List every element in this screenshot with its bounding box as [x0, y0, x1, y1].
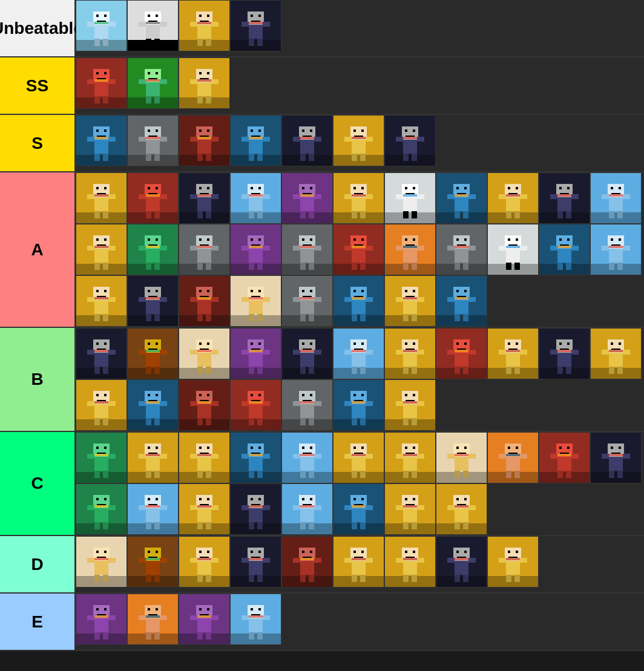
tier-item-a28[interactable]	[333, 275, 384, 327]
tier-item-ub4[interactable]	[230, 0, 281, 51]
tier-item-c11[interactable]	[590, 432, 642, 483]
tier-item-c6[interactable]	[333, 432, 384, 483]
tier-item-c3[interactable]	[179, 432, 230, 483]
tier-item-c7[interactable]	[384, 432, 436, 483]
tier-item-c18[interactable]	[384, 483, 436, 535]
tier-item-a3[interactable]	[179, 172, 230, 224]
tier-item-s5[interactable]	[281, 115, 333, 166]
tier-item-b15[interactable]	[230, 379, 281, 431]
tier-item-a30[interactable]	[436, 275, 487, 327]
tier-item-c9[interactable]	[487, 432, 539, 483]
tier-item-d2[interactable]	[127, 536, 179, 588]
tier-item-ss2[interactable]	[127, 57, 179, 109]
tier-item-b7[interactable]	[384, 328, 436, 379]
tier-item-b14[interactable]	[179, 379, 230, 431]
tier-item-a13[interactable]	[127, 224, 179, 275]
tier-item-b2[interactable]	[127, 328, 179, 379]
tier-item-c10[interactable]	[539, 432, 590, 483]
tier-item-b8[interactable]	[436, 328, 487, 379]
tier-item-a11[interactable]	[590, 172, 642, 224]
tier-item-b1[interactable]	[76, 328, 127, 379]
tier-item-b18[interactable]	[384, 379, 436, 431]
tier-item-a23[interactable]	[76, 275, 127, 327]
tier-item-b16[interactable]	[281, 379, 333, 431]
tier-item-ub1[interactable]	[76, 0, 127, 51]
tier-item-a2[interactable]	[127, 172, 179, 224]
tier-item-b6[interactable]	[333, 328, 384, 379]
tier-item-b3[interactable]	[179, 328, 230, 379]
tier-item-a7[interactable]	[384, 172, 436, 224]
tier-item-c19[interactable]	[436, 483, 487, 535]
tier-item-d5[interactable]	[281, 536, 333, 588]
tier-item-c14[interactable]	[179, 483, 230, 535]
tier-item-b11[interactable]	[590, 328, 642, 379]
tier-item-c8[interactable]	[436, 432, 487, 483]
tier-item-c16[interactable]	[281, 483, 333, 535]
tier-item-a1[interactable]	[76, 172, 127, 224]
tier-item-s3[interactable]	[179, 115, 230, 166]
tier-item-c1[interactable]	[76, 432, 127, 483]
tier-item-s6[interactable]	[333, 115, 384, 166]
tier-item-a9[interactable]	[487, 172, 539, 224]
tier-item-b17[interactable]	[333, 379, 384, 431]
tier-item-c5[interactable]	[281, 432, 333, 483]
tier-item-a15[interactable]	[230, 224, 281, 275]
tier-item-a29[interactable]	[384, 275, 436, 327]
tier-item-b5[interactable]	[281, 328, 333, 379]
tier-item-c15[interactable]	[230, 483, 281, 535]
tier-item-s4[interactable]	[230, 115, 281, 166]
svg-rect-937	[334, 523, 384, 534]
tier-item-ss1[interactable]	[76, 57, 127, 109]
tier-item-c12[interactable]	[76, 483, 127, 535]
tier-item-ub3[interactable]	[179, 0, 230, 51]
svg-rect-875	[609, 454, 623, 456]
tier-item-e3[interactable]	[179, 594, 230, 645]
tier-item-d9[interactable]	[487, 536, 539, 588]
tier-item-a26[interactable]	[230, 275, 281, 327]
tier-item-s1[interactable]	[76, 115, 127, 166]
tier-item-a5[interactable]	[281, 172, 333, 224]
tier-item-a12[interactable]	[76, 224, 127, 275]
tier-item-d8[interactable]	[436, 536, 487, 588]
tier-item-c13[interactable]	[127, 483, 179, 535]
tier-item-b12[interactable]	[76, 379, 127, 431]
tier-item-a21[interactable]	[539, 224, 590, 275]
tier-item-a25[interactable]	[179, 275, 230, 327]
tier-item-a27[interactable]	[281, 275, 333, 327]
tier-item-ss3[interactable]	[179, 57, 230, 109]
tier-item-ub2[interactable]	[127, 0, 179, 51]
tier-item-a19[interactable]	[436, 224, 487, 275]
tier-item-a14[interactable]	[179, 224, 230, 275]
tier-item-b13[interactable]	[127, 379, 179, 431]
tier-item-b4[interactable]	[230, 328, 281, 379]
tier-item-b9[interactable]	[487, 328, 539, 379]
svg-rect-116	[211, 137, 218, 142]
tier-item-c2[interactable]	[127, 432, 179, 483]
tier-item-e1[interactable]	[76, 594, 127, 645]
tier-item-a6[interactable]	[333, 172, 384, 224]
tier-item-a4[interactable]	[230, 172, 281, 224]
svg-rect-341	[258, 238, 261, 241]
tier-item-a24[interactable]	[127, 275, 179, 327]
tier-item-a8[interactable]	[436, 172, 487, 224]
tier-item-a16[interactable]	[281, 224, 333, 275]
tier-item-a10[interactable]	[539, 172, 590, 224]
tier-item-d1[interactable]	[76, 536, 127, 588]
tier-item-d3[interactable]	[179, 536, 230, 588]
svg-rect-1069	[488, 576, 538, 587]
svg-rect-1021	[282, 576, 332, 587]
tier-item-c4[interactable]	[230, 432, 281, 483]
tier-item-c17[interactable]	[333, 483, 384, 535]
tier-item-a17[interactable]	[333, 224, 384, 275]
tier-item-d4[interactable]	[230, 536, 281, 588]
tier-item-a22[interactable]	[590, 224, 642, 275]
tier-item-s2[interactable]	[127, 115, 179, 166]
tier-item-a20[interactable]	[487, 224, 539, 275]
tier-item-a18[interactable]	[384, 224, 436, 275]
tier-item-d7[interactable]	[384, 536, 436, 588]
tier-item-d6[interactable]	[333, 536, 384, 588]
tier-item-b10[interactable]	[539, 328, 590, 379]
tier-item-e2[interactable]	[127, 594, 179, 645]
tier-item-s7[interactable]	[384, 115, 436, 166]
tier-item-e4[interactable]	[230, 594, 281, 645]
